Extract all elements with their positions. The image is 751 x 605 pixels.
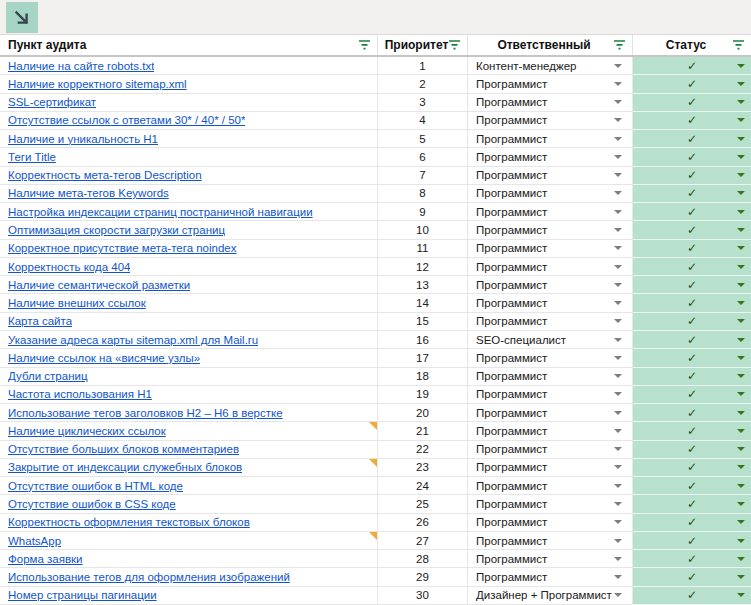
status-cell[interactable]: ✓: [633, 404, 751, 422]
priority-cell[interactable]: 30: [378, 587, 468, 605]
responsible-cell[interactable]: Программист: [468, 240, 633, 258]
responsible-cell[interactable]: Программист: [468, 459, 633, 477]
filter-icon[interactable]: [732, 39, 745, 51]
status-cell[interactable]: ✓: [633, 441, 751, 459]
audit-item-link[interactable]: Корректность кода 404: [8, 261, 130, 273]
chevron-down-icon[interactable]: [614, 319, 622, 323]
priority-cell[interactable]: 26: [378, 514, 468, 532]
chevron-down-icon[interactable]: [737, 557, 745, 561]
responsible-cell[interactable]: Дизайнер + Программист: [468, 587, 633, 605]
chevron-down-icon[interactable]: [737, 137, 745, 141]
status-cell[interactable]: ✓: [633, 386, 751, 404]
chevron-down-icon[interactable]: [737, 539, 745, 543]
audit-item-link[interactable]: Указание адреса карты sitemap.xml для Ma…: [8, 334, 258, 346]
responsible-cell[interactable]: Программист: [468, 258, 633, 276]
responsible-cell[interactable]: Программист: [468, 532, 633, 550]
responsible-cell[interactable]: Программист: [468, 185, 633, 203]
chevron-down-icon[interactable]: [614, 265, 622, 269]
priority-cell[interactable]: 6: [378, 148, 468, 166]
status-cell[interactable]: ✓: [633, 532, 751, 550]
audit-item-link[interactable]: Наличие циклических ссылок: [8, 425, 166, 437]
chevron-down-icon[interactable]: [614, 137, 622, 141]
chevron-down-icon[interactable]: [737, 265, 745, 269]
priority-cell[interactable]: 17: [378, 349, 468, 367]
audit-item-link[interactable]: Настройка индексации страниц постранично…: [8, 206, 313, 218]
chevron-down-icon[interactable]: [737, 575, 745, 579]
audit-item-link[interactable]: Наличие ссылок на «висячие узлы»: [8, 352, 200, 364]
status-cell[interactable]: ✓: [633, 276, 751, 294]
chevron-down-icon[interactable]: [614, 118, 622, 122]
audit-item-link[interactable]: Наличие мета-тегов Keywords: [8, 187, 169, 199]
audit-item-link[interactable]: Частота использования H1: [8, 388, 152, 400]
audit-item-link[interactable]: Отсутствие ошибок в CSS коде: [8, 498, 176, 510]
responsible-cell[interactable]: Программист: [468, 94, 633, 112]
priority-cell[interactable]: 18: [378, 368, 468, 386]
status-cell[interactable]: ✓: [633, 185, 751, 203]
audit-item-link[interactable]: Закрытие от индексации служебных блоков: [8, 461, 242, 473]
priority-cell[interactable]: 12: [378, 258, 468, 276]
status-cell[interactable]: ✓: [633, 57, 751, 75]
priority-cell[interactable]: 3: [378, 94, 468, 112]
status-cell[interactable]: ✓: [633, 203, 751, 221]
chevron-down-icon[interactable]: [737, 228, 745, 232]
responsible-cell[interactable]: Программист: [468, 221, 633, 239]
audit-item-link[interactable]: Наличие корректного sitemap.xml: [8, 78, 187, 90]
audit-item-link[interactable]: Номер страницы пагинации: [8, 589, 157, 601]
chevron-down-icon[interactable]: [737, 484, 745, 488]
chevron-down-icon[interactable]: [614, 465, 622, 469]
filter-icon[interactable]: [448, 39, 461, 51]
status-cell[interactable]: ✓: [633, 313, 751, 331]
chevron-down-icon[interactable]: [737, 502, 745, 506]
chevron-down-icon[interactable]: [737, 392, 745, 396]
chevron-down-icon[interactable]: [614, 338, 622, 342]
responsible-cell[interactable]: Программист: [468, 75, 633, 93]
chevron-down-icon[interactable]: [614, 429, 622, 433]
audit-item-link[interactable]: Отсутствие больших блоков комментариев: [8, 443, 239, 455]
chevron-down-icon[interactable]: [737, 465, 745, 469]
responsible-cell[interactable]: Программист: [468, 112, 633, 130]
audit-item-link[interactable]: Оптимизация скорости загрузки страниц: [8, 224, 225, 236]
priority-cell[interactable]: 15: [378, 313, 468, 331]
status-cell[interactable]: ✓: [633, 459, 751, 477]
priority-cell[interactable]: 4: [378, 112, 468, 130]
chevron-down-icon[interactable]: [614, 484, 622, 488]
chevron-down-icon[interactable]: [737, 246, 745, 250]
audit-item-link[interactable]: Использование тегов для оформления изобр…: [8, 571, 290, 583]
responsible-cell[interactable]: Программист: [468, 203, 633, 221]
chevron-down-icon[interactable]: [737, 173, 745, 177]
chevron-down-icon[interactable]: [737, 82, 745, 86]
chevron-down-icon[interactable]: [737, 411, 745, 415]
chevron-down-icon[interactable]: [614, 82, 622, 86]
chevron-down-icon[interactable]: [614, 447, 622, 451]
chevron-down-icon[interactable]: [614, 392, 622, 396]
chevron-down-icon[interactable]: [614, 155, 622, 159]
status-cell[interactable]: ✓: [633, 587, 751, 605]
responsible-cell[interactable]: Программист: [468, 276, 633, 294]
chevron-down-icon[interactable]: [614, 283, 622, 287]
responsible-cell[interactable]: Программист: [468, 130, 633, 148]
responsible-cell[interactable]: Программист: [468, 368, 633, 386]
audit-item-link[interactable]: Наличие семантической разметки: [8, 279, 190, 291]
responsible-cell[interactable]: Контент-менеджер: [468, 57, 633, 75]
priority-cell[interactable]: 14: [378, 294, 468, 312]
priority-cell[interactable]: 1: [378, 57, 468, 75]
audit-item-link[interactable]: Дубли страниц: [8, 370, 88, 382]
chevron-down-icon[interactable]: [614, 100, 622, 104]
chevron-down-icon[interactable]: [614, 356, 622, 360]
chevron-down-icon[interactable]: [614, 191, 622, 195]
audit-item-link[interactable]: Отсутствие ссылок с ответами 30* / 40* /…: [8, 114, 245, 126]
responsible-cell[interactable]: Программист: [468, 441, 633, 459]
chevron-down-icon[interactable]: [737, 283, 745, 287]
status-cell[interactable]: ✓: [633, 368, 751, 386]
chevron-down-icon[interactable]: [614, 246, 622, 250]
responsible-cell[interactable]: Программист: [468, 568, 633, 586]
priority-cell[interactable]: 25: [378, 495, 468, 513]
responsible-cell[interactable]: Программист: [468, 495, 633, 513]
status-cell[interactable]: ✓: [633, 331, 751, 349]
audit-item-link[interactable]: Использование тегов заголовков H2 – H6 в…: [8, 407, 283, 419]
priority-cell[interactable]: 16: [378, 331, 468, 349]
audit-item-link[interactable]: Отсутствие ошибок в HTML коде: [8, 480, 183, 492]
status-cell[interactable]: ✓: [633, 94, 751, 112]
status-cell[interactable]: ✓: [633, 130, 751, 148]
chevron-down-icon[interactable]: [737, 338, 745, 342]
